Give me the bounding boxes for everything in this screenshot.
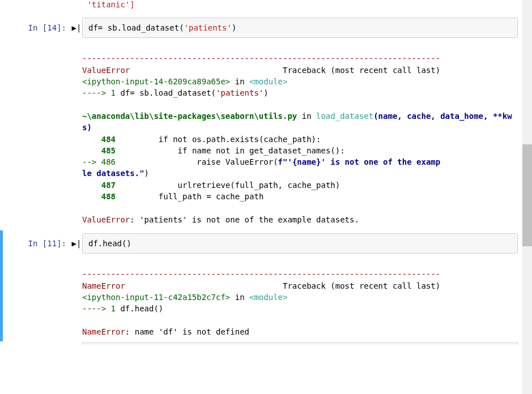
run-cell-icon[interactable]: ▶| [71,18,82,226]
code-cell-11[interactable]: In [11]: ▶| df.head() ------------------… [0,230,532,341]
code-cell-14[interactable]: In [14]: ▶| df= sb.load_dataset('patient… [0,15,532,229]
input-prompt: In [11]: [3,233,71,339]
notebook-container: 'titanic'] In [14]: ▶| df= sb.load_datas… [0,0,532,345]
scrollbar-thumb[interactable] [522,144,532,246]
cell-output-traceback: ----------------------------------------… [82,38,518,226]
code-input[interactable]: df= sb.load_dataset('patients') [82,18,518,38]
prev-output-fragment: 'titanic'] [0,0,532,14]
run-cell-icon[interactable]: ▶| [71,233,82,339]
next-cell-fragment [82,342,518,345]
input-prompt: In [14]: [3,18,71,226]
code-input[interactable]: df.head() [82,233,518,254]
scrollbar-track[interactable] [522,0,532,394]
cell-output-traceback: ----------------------------------------… [82,254,518,339]
